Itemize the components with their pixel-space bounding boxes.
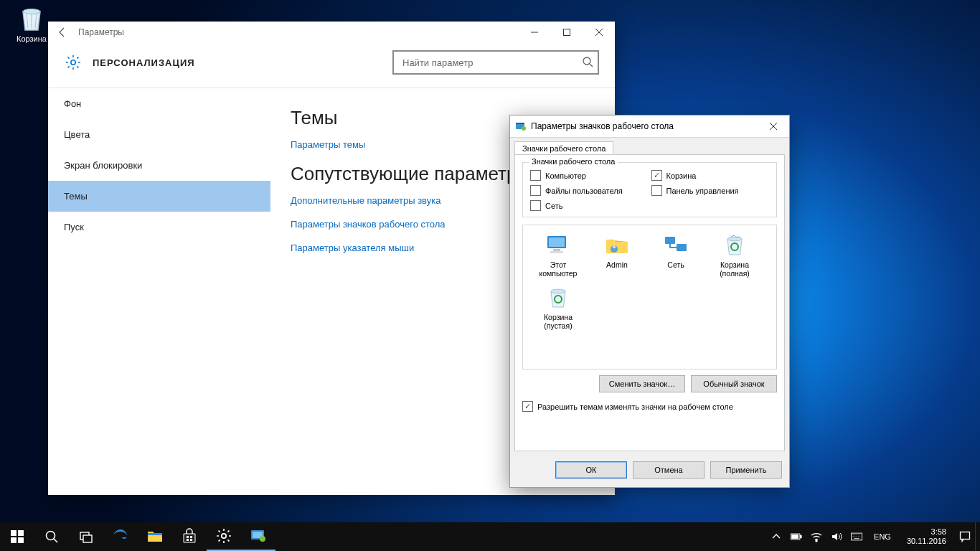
svg-point-6 (522, 126, 526, 131)
checkbox-control-panel[interactable]: Панель управления (651, 185, 770, 196)
svg-point-38 (816, 540, 817, 542)
svg-rect-29 (187, 539, 189, 541)
svg-point-34 (260, 536, 265, 542)
icon-this-computer[interactable]: Этот компьютер (529, 232, 588, 278)
tray-wifi-icon[interactable] (811, 531, 822, 542)
taskbar-edge[interactable] (103, 522, 138, 551)
taskbar-store[interactable] (172, 522, 207, 551)
taskbar-desktop-icons-dialog[interactable] (241, 522, 275, 551)
svg-rect-10 (550, 251, 563, 253)
checkbox-recycle-bin[interactable]: Корзина (651, 170, 770, 181)
recycle-empty-icon (529, 285, 588, 311)
checkbox-computer[interactable]: Компьютер (530, 170, 649, 181)
svg-rect-28 (190, 536, 192, 538)
tray-keyboard-icon[interactable] (851, 531, 862, 542)
svg-rect-20 (18, 530, 24, 536)
header-title: ПЕРСОНАЛИЗАЦИЯ (93, 57, 195, 68)
dialog-tabs: Значки рабочего стола (510, 138, 789, 154)
icon-network[interactable]: Сеть (646, 232, 705, 269)
icon-preview-box: Этот компьютер Admin Сеть Корзина (полна… (522, 225, 777, 369)
computer-icon (529, 232, 588, 258)
sidebar-item-themes[interactable]: Темы (48, 181, 270, 212)
settings-header: ПЕРСОНАЛИЗАЦИЯ (48, 43, 615, 88)
search-box[interactable] (392, 50, 599, 75)
svg-rect-21 (11, 537, 17, 543)
minimize-button[interactable] (518, 22, 550, 43)
sidebar-item-lockscreen[interactable]: Экран блокировки (48, 150, 270, 181)
gear-icon (64, 53, 83, 72)
desktop-recycle-bin[interactable]: Корзина (10, 4, 53, 43)
show-desktop-button[interactable] (975, 522, 980, 551)
svg-rect-37 (792, 534, 798, 538)
sidebar-item-background[interactable]: Фон (48, 88, 270, 119)
svg-point-0 (23, 9, 40, 14)
svg-rect-26 (148, 533, 162, 535)
restore-default-button[interactable]: Обычный значок (691, 375, 777, 392)
task-view-button[interactable] (69, 522, 103, 551)
cancel-button[interactable]: Отмена (633, 461, 705, 479)
group-desktop-icons: Значки рабочего стола Компьютер Корзина … (522, 162, 777, 217)
maximize-button[interactable] (550, 22, 583, 43)
taskbar-explorer[interactable] (138, 522, 172, 551)
start-button[interactable] (0, 522, 34, 551)
close-button[interactable] (583, 22, 615, 43)
dialog-body: Значки рабочего стола Компьютер Корзина … (514, 154, 785, 451)
tray-time: 3:58 (907, 527, 946, 537)
svg-rect-25 (83, 535, 92, 542)
taskbar-settings[interactable] (207, 522, 241, 551)
dialog-close-button[interactable] (758, 116, 789, 137)
change-icon-button[interactable]: Сменить значок… (599, 375, 685, 392)
ok-button[interactable]: ОК (555, 461, 627, 479)
apply-button[interactable]: Применить (710, 461, 782, 479)
icon-admin[interactable]: Admin (588, 232, 646, 269)
svg-rect-9 (553, 249, 560, 251)
icon-recycle-full[interactable]: Корзина (полная) (705, 232, 764, 278)
recycle-bin-icon (17, 4, 46, 33)
tray-date: 30.11.2016 (907, 537, 946, 546)
search-input[interactable] (401, 57, 582, 69)
recycle-full-icon (705, 232, 764, 258)
sidebar-item-colors[interactable]: Цвета (48, 119, 270, 150)
back-button[interactable] (52, 22, 72, 42)
tab-desktop-icons[interactable]: Значки рабочего стола (514, 141, 613, 155)
icon-recycle-empty[interactable]: Корзина (пустая) (529, 285, 588, 330)
svg-rect-5 (516, 123, 524, 124)
tray-clock[interactable]: 3:58 30.11.2016 (903, 527, 951, 545)
svg-rect-36 (800, 535, 801, 538)
svg-rect-22 (18, 537, 24, 543)
svg-rect-30 (190, 539, 192, 541)
search-button[interactable] (34, 522, 69, 551)
svg-point-31 (222, 534, 226, 538)
network-icon (646, 232, 705, 258)
desktop-icon-settings-dialog: Параметры значков рабочего стола Значки … (509, 115, 790, 488)
svg-rect-40 (961, 532, 970, 540)
svg-rect-19 (11, 530, 17, 536)
svg-point-23 (47, 532, 55, 540)
desktop-recycle-bin-label: Корзина (10, 34, 53, 43)
sidebar-item-start[interactable]: Пуск (48, 212, 270, 242)
group-legend: Значки рабочего стола (529, 157, 618, 166)
dialog-icon (515, 121, 527, 132)
svg-rect-8 (549, 237, 565, 247)
dialog-titlebar[interactable]: Параметры значков рабочего стола (510, 116, 789, 138)
checkbox-network[interactable]: Сеть (530, 200, 649, 211)
checkbox-allow-themes[interactable]: Разрешить темам изменять значки на рабоч… (522, 401, 777, 412)
svg-point-17 (551, 289, 565, 293)
settings-sidebar: Фон Цвета Экран блокировки Темы Пуск (48, 88, 270, 483)
titlebar[interactable]: Параметры (48, 22, 615, 43)
svg-point-2 (71, 60, 75, 65)
tray-chevron-up-icon[interactable] (771, 531, 782, 542)
svg-rect-1 (563, 29, 570, 36)
svg-point-12 (613, 245, 616, 249)
svg-point-15 (727, 237, 742, 241)
tray-action-center-icon[interactable] (959, 531, 971, 542)
checkbox-user-files[interactable]: Файлы пользователя (530, 185, 649, 196)
tray-volume-icon[interactable] (831, 531, 842, 542)
svg-rect-27 (187, 536, 189, 538)
tray-language[interactable]: ENG (871, 532, 894, 541)
tray-battery-icon[interactable] (791, 531, 802, 542)
svg-point-3 (583, 57, 590, 65)
search-icon (582, 56, 593, 70)
user-folder-icon (588, 232, 646, 258)
taskbar: ENG 3:58 30.11.2016 (0, 522, 980, 551)
